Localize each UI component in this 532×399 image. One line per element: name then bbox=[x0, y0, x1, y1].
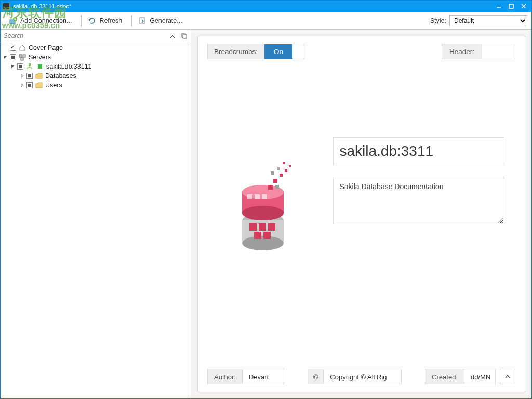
tree-label: Users bbox=[45, 82, 62, 89]
svg-rect-27 bbox=[259, 223, 266, 231]
svg-point-33 bbox=[242, 206, 284, 220]
created-field[interactable]: dd/MN bbox=[464, 369, 496, 384]
breadcrumbs-label: Breadcrumbs: bbox=[207, 44, 264, 59]
collapse-icon[interactable] bbox=[3, 54, 9, 60]
copyright-field[interactable]: Copyright © All Rig bbox=[324, 369, 402, 384]
svg-rect-13 bbox=[183, 35, 187, 38]
scroll-up-button[interactable] bbox=[500, 369, 515, 384]
author-group: Author: Devart bbox=[207, 369, 284, 384]
svg-rect-28 bbox=[268, 223, 275, 231]
svg-rect-16 bbox=[21, 58, 23, 60]
database-illustration bbox=[219, 137, 312, 262]
generate-button[interactable]: Generate... bbox=[134, 15, 187, 27]
header-group: Header: bbox=[442, 44, 515, 59]
svg-rect-43 bbox=[277, 167, 280, 170]
svg-rect-39 bbox=[280, 174, 283, 177]
toolbar-separator bbox=[81, 15, 82, 26]
description-field[interactable]: Sakila Database Documentation bbox=[333, 177, 504, 224]
tree-node-databases[interactable]: Databases bbox=[1, 71, 191, 81]
content-area: Breadcrumbs: On Header: bbox=[191, 30, 531, 398]
servers-icon bbox=[18, 54, 26, 61]
svg-rect-22 bbox=[38, 64, 42, 69]
copy-tree-button[interactable] bbox=[179, 31, 189, 41]
window-title: sakila_db-33111.ddoc* bbox=[13, 3, 492, 9]
svg-rect-44 bbox=[283, 162, 285, 164]
breadcrumbs-toggle-group: Breadcrumbs: On bbox=[207, 44, 304, 59]
toolbar: Add Connection... Refresh Generate... St… bbox=[1, 12, 531, 30]
svg-rect-17 bbox=[29, 63, 31, 66]
status-icon bbox=[36, 63, 44, 70]
tree-node-connection[interactable]: sakila.db:33111 bbox=[1, 62, 191, 71]
header-field[interactable] bbox=[482, 44, 515, 59]
copyright-symbol: © bbox=[308, 369, 324, 384]
svg-rect-45 bbox=[268, 185, 273, 190]
copyright-group: © Copyright © All Rig bbox=[308, 369, 402, 384]
tree-node-users[interactable]: Users bbox=[1, 81, 191, 90]
author-label: Author: bbox=[207, 369, 243, 384]
clear-search-button[interactable] bbox=[168, 31, 177, 41]
folder-icon bbox=[35, 82, 43, 89]
svg-rect-37 bbox=[262, 194, 267, 200]
tree: Cover Page Servers sakila.db:33111 bbox=[1, 42, 191, 398]
add-connection-label: Add Connection... bbox=[20, 17, 72, 24]
svg-rect-14 bbox=[19, 55, 22, 57]
svg-rect-46 bbox=[275, 185, 279, 189]
expand-icon[interactable] bbox=[19, 82, 25, 88]
svg-rect-29 bbox=[254, 232, 261, 239]
generate-label: Generate... bbox=[150, 17, 182, 24]
search-row bbox=[1, 30, 191, 42]
maximize-button[interactable] bbox=[506, 2, 517, 10]
breadcrumbs-toggle[interactable]: On bbox=[264, 44, 304, 59]
svg-rect-30 bbox=[263, 232, 271, 239]
style-select[interactable]: Default bbox=[449, 15, 527, 26]
toggle-handle bbox=[292, 44, 304, 59]
svg-point-25 bbox=[242, 236, 284, 250]
svg-marker-8 bbox=[89, 19, 91, 21]
author-field[interactable]: Devart bbox=[243, 369, 284, 384]
minimize-button[interactable] bbox=[493, 2, 504, 10]
tree-label: Cover Page bbox=[29, 44, 63, 51]
tree-checkbox[interactable] bbox=[10, 45, 16, 51]
title-field[interactable]: sakila.db:3311 bbox=[333, 137, 504, 165]
close-button[interactable] bbox=[518, 2, 529, 10]
add-connection-icon bbox=[9, 17, 17, 25]
expand-icon[interactable] bbox=[19, 73, 25, 79]
created-label: Created: bbox=[425, 369, 464, 384]
style-label: Style: bbox=[430, 17, 446, 24]
toggle-on-label: On bbox=[264, 44, 292, 59]
refresh-icon bbox=[88, 17, 96, 25]
refresh-label: Refresh bbox=[99, 17, 122, 24]
tree-node-servers[interactable]: Servers bbox=[1, 52, 191, 62]
collapse-icon[interactable] bbox=[10, 63, 16, 70]
home-icon bbox=[18, 44, 26, 51]
tree-checkbox[interactable] bbox=[17, 63, 23, 70]
connection-icon bbox=[25, 63, 34, 70]
tree-checkbox[interactable] bbox=[10, 54, 16, 60]
tree-checkbox[interactable] bbox=[26, 82, 33, 88]
svg-rect-36 bbox=[255, 194, 260, 200]
svg-rect-40 bbox=[285, 169, 287, 172]
header-label: Header: bbox=[442, 44, 482, 59]
svg-rect-41 bbox=[271, 171, 274, 175]
tree-node-cover-page[interactable]: Cover Page bbox=[1, 43, 191, 52]
titlebar: sakila_db-33111.ddoc* bbox=[1, 1, 531, 12]
tree-label: sakila.db:33111 bbox=[46, 63, 92, 70]
svg-rect-26 bbox=[249, 223, 257, 231]
svg-rect-38 bbox=[273, 179, 277, 183]
svg-rect-15 bbox=[23, 55, 25, 57]
add-connection-button[interactable]: Add Connection... bbox=[5, 15, 76, 27]
created-group: Created: dd/MN bbox=[425, 369, 515, 384]
svg-rect-35 bbox=[247, 194, 252, 200]
folder-icon bbox=[35, 72, 43, 79]
svg-rect-1 bbox=[509, 4, 513, 8]
tree-checkbox[interactable] bbox=[26, 73, 33, 79]
refresh-button[interactable]: Refresh bbox=[84, 15, 126, 27]
tree-label: Servers bbox=[29, 54, 51, 61]
generate-icon bbox=[138, 17, 147, 25]
sidebar: Cover Page Servers sakila.db:33111 bbox=[1, 30, 191, 398]
tree-label: Databases bbox=[45, 72, 76, 79]
toolbar-separator bbox=[131, 15, 132, 26]
cover-page-editor: Breadcrumbs: On Header: bbox=[197, 36, 525, 392]
search-input[interactable] bbox=[3, 31, 166, 41]
svg-rect-42 bbox=[289, 165, 291, 167]
